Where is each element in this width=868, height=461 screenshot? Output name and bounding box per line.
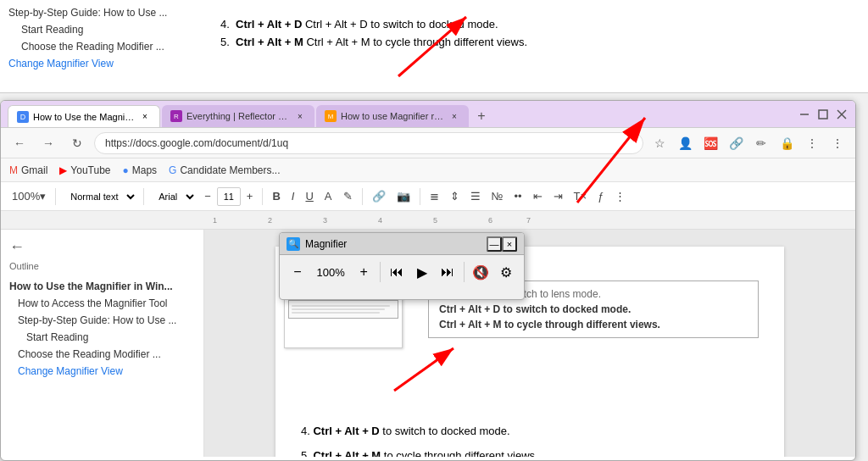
refresh-button[interactable]: ↻	[65, 131, 89, 155]
link-button[interactable]: 🔗	[368, 186, 390, 208]
bulletlist-button[interactable]: ••	[509, 186, 526, 208]
menu-icon[interactable]: ⋮	[826, 132, 849, 154]
bookmark-star-icon[interactable]: ☆	[648, 132, 670, 154]
svg-line-7	[394, 348, 453, 391]
mag-settings[interactable]: ⚙	[497, 260, 515, 284]
toolbar-zoom-btn[interactable]: 100% ▾	[8, 186, 50, 208]
bookmark-youtube[interactable]: ▶ YouTube	[59, 164, 110, 176]
outline-item-3[interactable]: Start Reading	[9, 329, 195, 346]
numberedlist-button[interactable]: №	[487, 186, 508, 208]
extension5-icon[interactable]: ⋮	[801, 132, 823, 154]
step5-num: 5.	[301, 449, 313, 457]
text-color-button[interactable]: A	[320, 186, 337, 208]
extension4-icon[interactable]: 🔒	[776, 132, 798, 154]
bookmark-candidate[interactable]: G Candidate Members...	[169, 164, 280, 176]
svg-rect-3	[819, 110, 827, 119]
tab-2-icon: R	[170, 110, 182, 122]
step4-text: to switch to docked mode.	[382, 425, 509, 437]
back-button[interactable]: ←	[8, 131, 31, 155]
tab-1-close[interactable]: ×	[139, 111, 151, 123]
font-size-decrease[interactable]: −	[200, 186, 215, 208]
outline-item-4[interactable]: Choose the Reading Modifier ...	[9, 346, 195, 363]
mag-app-icon: 🔍	[287, 237, 300, 251]
bookmark-maps[interactable]: ● Maps	[123, 164, 158, 176]
maximize-button[interactable]	[816, 108, 830, 121]
tab-2-label: Everything | Reflector Media E...	[186, 111, 290, 121]
step5-text: to cycle through different views.	[384, 449, 538, 457]
align-button[interactable]: ≣	[426, 186, 443, 208]
candidate-icon: G	[169, 164, 176, 176]
window-controls	[798, 108, 849, 121]
ruler-marks: 1 2 3 4 5 6 7	[196, 211, 855, 229]
italic-button[interactable]: I	[287, 186, 299, 208]
address-bar[interactable]: https://docs.google.com/document/d/1uq	[94, 132, 643, 154]
underline-button[interactable]: U	[301, 186, 317, 208]
step5-keys: Ctrl + Alt + M	[313, 449, 381, 457]
sidebar: ← Outline How to Use the Magnifier in Wi…	[1, 230, 204, 457]
bold-button[interactable]: B	[268, 186, 284, 208]
checklist-button[interactable]: ☰	[466, 186, 485, 208]
image-button[interactable]: 📷	[392, 186, 415, 208]
ruler: 1 2 3 4 5 6 7	[1, 211, 855, 230]
doc-steps: 4. Ctrl + Alt + D to switch to docked mo…	[301, 423, 759, 457]
new-tab-button[interactable]: +	[470, 105, 492, 127]
mag-zoom-in[interactable]: +	[354, 260, 373, 284]
outdent-button[interactable]: ⇤	[529, 186, 547, 208]
highlight-step-5: Ctrl + Alt + M to cycle through differen…	[439, 319, 748, 330]
highlight-step-4: Ctrl + Alt + D to switch to docked mode.	[439, 303, 748, 315]
outline-item-0[interactable]: How to Use the Magnifier in Win...	[9, 278, 195, 295]
mag-play[interactable]: ▶	[413, 260, 431, 284]
mag-tts[interactable]: 🔇	[471, 260, 490, 284]
extension-icon[interactable]: 🆘	[699, 132, 721, 154]
formula-button[interactable]: ƒ	[593, 186, 608, 208]
url-text: https://docs.google.com/document/d/1uq	[105, 137, 288, 149]
more-button[interactable]: ⋮	[610, 186, 630, 208]
style-select[interactable]: Normal text	[61, 186, 138, 208]
candidate-label: Candidate Members...	[180, 164, 280, 176]
extension3-icon[interactable]: ✏	[750, 132, 772, 154]
tab-1[interactable]: D How to Use the Magnifier in W... ×	[8, 105, 160, 127]
outline-label: Outline	[9, 261, 195, 271]
mag-next[interactable]: ⏭	[438, 260, 457, 284]
nav-bar: ← → ↻ https://docs.google.com/document/d…	[1, 128, 855, 158]
mag-close-btn[interactable]: ×	[502, 236, 517, 252]
maps-label: Maps	[132, 164, 157, 176]
tab-3-close[interactable]: ×	[448, 110, 460, 122]
toolbar-sep-3	[262, 188, 263, 205]
thumb-highlight	[288, 300, 398, 319]
font-size-increase[interactable]: +	[242, 186, 258, 208]
mag-sep-2	[464, 262, 465, 282]
docs-toolbar: 100% ▾ Normal text Arial − + B I U A ✎ 🔗…	[1, 182, 855, 211]
youtube-icon: ▶	[59, 164, 67, 176]
mag-zoom-percent: 100%	[314, 266, 348, 279]
doc-step-5: 5. Ctrl + Alt + M to cycle through diffe…	[301, 447, 759, 457]
ghost-item-3: Choose the Reading Modifier ...	[8, 38, 195, 55]
profile-icon[interactable]: 👤	[674, 132, 696, 154]
font-size-input[interactable]	[217, 187, 241, 206]
extension2-icon[interactable]: 🔗	[725, 132, 747, 154]
toolbar-sep-4	[362, 188, 363, 205]
outline-item-1[interactable]: How to Access the Magnifier Tool	[9, 295, 195, 312]
forward-button[interactable]: →	[36, 131, 60, 155]
bookmark-gmail[interactable]: M Gmail	[9, 164, 47, 176]
tab-1-label: How to Use the Magnifier in W...	[33, 112, 135, 122]
font-select[interactable]: Arial	[149, 186, 198, 208]
title-bar: D How to Use the Magnifier in W... × R E…	[1, 101, 855, 128]
tab-3-icon: M	[325, 110, 337, 122]
back-icon[interactable]: ←	[9, 238, 195, 256]
close-button[interactable]	[835, 108, 849, 121]
indent-button[interactable]: ⇥	[549, 186, 567, 208]
mag-minimize-btn[interactable]: —	[487, 236, 502, 252]
outline-item-2[interactable]: Step-by-Step Guide: How to Use ...	[9, 312, 195, 329]
tab-3[interactable]: M How to use Magnifier reading ×	[316, 105, 469, 127]
minimize-button[interactable]	[798, 108, 811, 121]
tab-3-label: How to use Magnifier reading	[341, 111, 444, 121]
highlight-button[interactable]: ✎	[339, 186, 357, 208]
outline-item-5[interactable]: Change Magnifier View	[9, 363, 195, 380]
mag-zoom-out[interactable]: −	[288, 260, 307, 284]
mag-prev[interactable]: ⏮	[387, 260, 406, 284]
tab-2[interactable]: R Everything | Reflector Media E... ×	[162, 105, 314, 127]
linespacing-button[interactable]: ⇕	[446, 186, 464, 208]
clear-button[interactable]: T×	[570, 186, 592, 208]
tab-2-close[interactable]: ×	[294, 110, 306, 122]
